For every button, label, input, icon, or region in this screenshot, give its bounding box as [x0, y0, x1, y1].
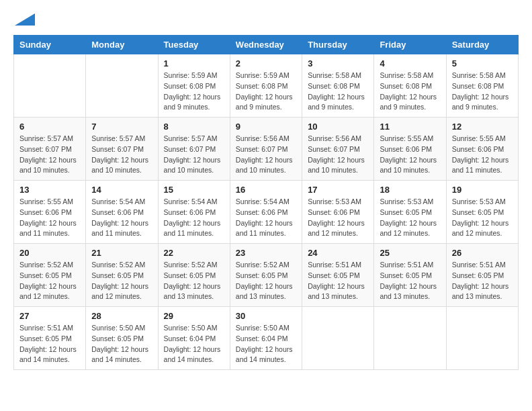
weekday-header-wednesday: Wednesday [230, 36, 302, 54]
day-number: 17 [308, 185, 368, 195]
day-number: 20 [19, 248, 80, 258]
day-info: Sunrise: 5:56 AM Sunset: 6:07 PM Dayligh… [308, 134, 368, 176]
day-info: Sunrise: 5:51 AM Sunset: 6:05 PM Dayligh… [452, 260, 513, 302]
day-number: 14 [91, 185, 152, 195]
calendar-row-2: 6Sunrise: 5:57 AM Sunset: 6:07 PM Daylig… [14, 118, 519, 181]
weekday-header-tuesday: Tuesday [158, 36, 230, 54]
day-info: Sunrise: 5:57 AM Sunset: 6:07 PM Dayligh… [19, 134, 80, 176]
day-info: Sunrise: 5:57 AM Sunset: 6:07 PM Dayligh… [91, 134, 152, 176]
day-info: Sunrise: 5:51 AM Sunset: 6:05 PM Dayligh… [19, 323, 80, 365]
day-info: Sunrise: 5:54 AM Sunset: 6:06 PM Dayligh… [91, 197, 152, 239]
day-info: Sunrise: 5:53 AM Sunset: 6:05 PM Dayligh… [452, 197, 513, 239]
calendar-cell: 26Sunrise: 5:51 AM Sunset: 6:05 PM Dayli… [446, 244, 518, 307]
logo-icon [15, 13, 35, 26]
day-info: Sunrise: 5:52 AM Sunset: 6:05 PM Dayligh… [164, 260, 224, 302]
day-number: 24 [308, 248, 368, 258]
day-info: Sunrise: 5:54 AM Sunset: 6:06 PM Dayligh… [164, 197, 224, 239]
calendar-cell: 13Sunrise: 5:55 AM Sunset: 6:06 PM Dayli… [14, 181, 86, 244]
calendar-cell: 16Sunrise: 5:54 AM Sunset: 6:06 PM Dayli… [230, 181, 302, 244]
calendar-table: SundayMondayTuesdayWednesdayThursdayFrid… [13, 35, 519, 370]
calendar-cell [446, 307, 518, 370]
day-number: 10 [308, 122, 368, 132]
calendar-cell: 29Sunrise: 5:50 AM Sunset: 6:04 PM Dayli… [158, 307, 230, 370]
day-info: Sunrise: 5:54 AM Sunset: 6:06 PM Dayligh… [236, 197, 296, 239]
day-info: Sunrise: 5:58 AM Sunset: 6:08 PM Dayligh… [380, 71, 440, 113]
day-info: Sunrise: 5:50 AM Sunset: 6:04 PM Dayligh… [236, 323, 296, 365]
day-number: 2 [236, 58, 296, 68]
day-info: Sunrise: 5:53 AM Sunset: 6:05 PM Dayligh… [380, 197, 440, 239]
day-number: 26 [452, 248, 513, 258]
day-info: Sunrise: 5:58 AM Sunset: 6:08 PM Dayligh… [308, 71, 368, 113]
day-info: Sunrise: 5:55 AM Sunset: 6:06 PM Dayligh… [452, 134, 513, 176]
calendar-cell: 17Sunrise: 5:53 AM Sunset: 6:06 PM Dayli… [302, 181, 374, 244]
calendar-cell [86, 54, 158, 118]
calendar-cell: 4Sunrise: 5:58 AM Sunset: 6:08 PM Daylig… [374, 54, 446, 118]
calendar-cell: 21Sunrise: 5:52 AM Sunset: 6:05 PM Dayli… [86, 244, 158, 307]
calendar-cell: 25Sunrise: 5:51 AM Sunset: 6:05 PM Dayli… [374, 244, 446, 307]
day-number: 3 [308, 58, 368, 68]
calendar-cell: 10Sunrise: 5:56 AM Sunset: 6:07 PM Dayli… [302, 118, 374, 181]
calendar-cell: 19Sunrise: 5:53 AM Sunset: 6:05 PM Dayli… [446, 181, 518, 244]
day-number: 8 [164, 122, 224, 132]
day-number: 9 [236, 122, 296, 132]
calendar-cell [14, 54, 86, 118]
day-number: 5 [452, 58, 513, 68]
day-info: Sunrise: 5:58 AM Sunset: 6:08 PM Dayligh… [452, 71, 513, 113]
day-number: 25 [380, 248, 440, 258]
calendar-cell: 8Sunrise: 5:57 AM Sunset: 6:07 PM Daylig… [158, 118, 230, 181]
day-number: 30 [236, 311, 296, 321]
day-number: 13 [19, 185, 80, 195]
day-info: Sunrise: 5:50 AM Sunset: 6:04 PM Dayligh… [164, 323, 224, 365]
day-number: 16 [236, 185, 296, 195]
day-number: 19 [452, 185, 513, 195]
calendar-cell: 18Sunrise: 5:53 AM Sunset: 6:05 PM Dayli… [374, 181, 446, 244]
calendar-row-4: 20Sunrise: 5:52 AM Sunset: 6:05 PM Dayli… [14, 244, 519, 307]
day-number: 22 [164, 248, 224, 258]
weekday-header-monday: Monday [86, 36, 158, 54]
day-info: Sunrise: 5:57 AM Sunset: 6:07 PM Dayligh… [164, 134, 224, 176]
calendar-cell: 6Sunrise: 5:57 AM Sunset: 6:07 PM Daylig… [14, 118, 86, 181]
calendar-cell: 1Sunrise: 5:59 AM Sunset: 6:08 PM Daylig… [158, 54, 230, 118]
weekday-header-saturday: Saturday [446, 36, 518, 54]
weekday-header-friday: Friday [374, 36, 446, 54]
day-info: Sunrise: 5:51 AM Sunset: 6:05 PM Dayligh… [380, 260, 440, 302]
calendar-cell: 2Sunrise: 5:59 AM Sunset: 6:08 PM Daylig… [230, 54, 302, 118]
calendar-cell: 22Sunrise: 5:52 AM Sunset: 6:05 PM Dayli… [158, 244, 230, 307]
calendar-cell: 9Sunrise: 5:56 AM Sunset: 6:07 PM Daylig… [230, 118, 302, 181]
day-info: Sunrise: 5:52 AM Sunset: 6:05 PM Dayligh… [91, 260, 152, 302]
page-header [13, 13, 519, 24]
day-info: Sunrise: 5:55 AM Sunset: 6:06 PM Dayligh… [19, 197, 80, 239]
day-number: 1 [164, 58, 224, 68]
day-info: Sunrise: 5:51 AM Sunset: 6:05 PM Dayligh… [308, 260, 368, 302]
day-number: 6 [19, 122, 80, 132]
day-number: 27 [19, 311, 80, 321]
day-number: 12 [452, 122, 513, 132]
day-number: 18 [380, 185, 440, 195]
calendar-cell [302, 307, 374, 370]
day-info: Sunrise: 5:53 AM Sunset: 6:06 PM Dayligh… [308, 197, 368, 239]
calendar-row-3: 13Sunrise: 5:55 AM Sunset: 6:06 PM Dayli… [14, 181, 519, 244]
calendar-cell: 23Sunrise: 5:52 AM Sunset: 6:05 PM Dayli… [230, 244, 302, 307]
calendar-cell: 3Sunrise: 5:58 AM Sunset: 6:08 PM Daylig… [302, 54, 374, 118]
logo [13, 13, 35, 24]
weekday-header-row: SundayMondayTuesdayWednesdayThursdayFrid… [14, 36, 519, 54]
day-info: Sunrise: 5:52 AM Sunset: 6:05 PM Dayligh… [19, 260, 80, 302]
calendar-cell: 28Sunrise: 5:50 AM Sunset: 6:05 PM Dayli… [86, 307, 158, 370]
day-number: 21 [91, 248, 152, 258]
day-number: 23 [236, 248, 296, 258]
calendar-cell: 27Sunrise: 5:51 AM Sunset: 6:05 PM Dayli… [14, 307, 86, 370]
calendar-cell [374, 307, 446, 370]
day-info: Sunrise: 5:59 AM Sunset: 6:08 PM Dayligh… [236, 71, 296, 113]
calendar-cell: 12Sunrise: 5:55 AM Sunset: 6:06 PM Dayli… [446, 118, 518, 181]
weekday-header-thursday: Thursday [302, 36, 374, 54]
calendar-cell: 14Sunrise: 5:54 AM Sunset: 6:06 PM Dayli… [86, 181, 158, 244]
calendar-cell: 11Sunrise: 5:55 AM Sunset: 6:06 PM Dayli… [374, 118, 446, 181]
day-number: 7 [91, 122, 152, 132]
calendar-row-1: 1Sunrise: 5:59 AM Sunset: 6:08 PM Daylig… [14, 54, 519, 118]
weekday-header-sunday: Sunday [14, 36, 86, 54]
calendar-cell: 7Sunrise: 5:57 AM Sunset: 6:07 PM Daylig… [86, 118, 158, 181]
calendar-cell: 5Sunrise: 5:58 AM Sunset: 6:08 PM Daylig… [446, 54, 518, 118]
svg-marker-0 [15, 13, 35, 26]
day-number: 28 [91, 311, 152, 321]
day-number: 29 [164, 311, 224, 321]
